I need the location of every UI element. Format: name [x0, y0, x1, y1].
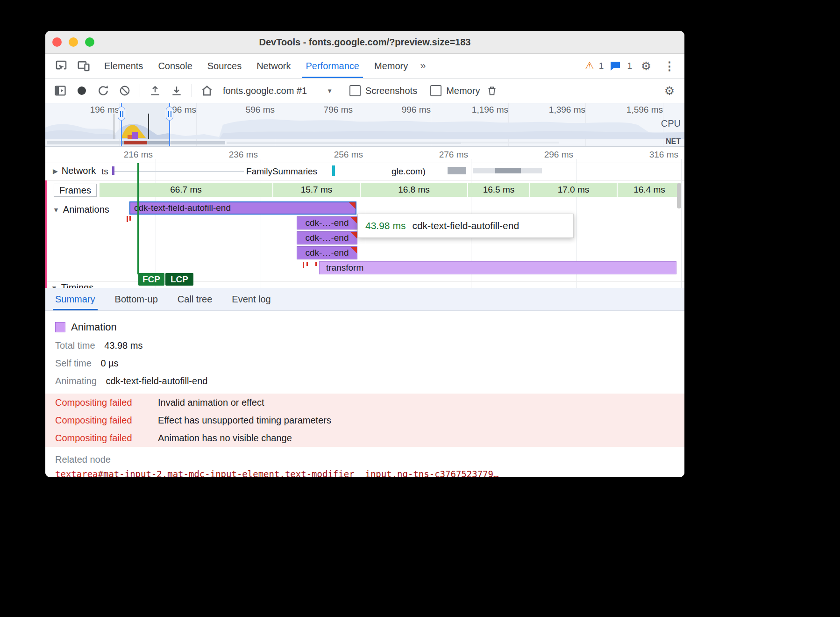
memory-checkbox-box[interactable]	[430, 85, 441, 96]
frame-segment[interactable]: 15.7 ms	[273, 183, 360, 197]
warning-icon[interactable]: ⚠	[585, 60, 594, 72]
overview-time-label: 596 ms	[223, 105, 275, 115]
tab-call-tree[interactable]: Call tree	[168, 288, 222, 310]
related-node-link[interactable]: textarea#mat-input-2.mat-mdc-input-eleme…	[55, 469, 684, 477]
devtools-window: DevTools - fonts.google.com/?preview.siz…	[45, 31, 684, 477]
page-select[interactable]: fonts.google.com #1 ▼	[219, 86, 336, 96]
details-tab-bar: Summary Bottom-up Call tree Event log	[45, 288, 684, 311]
capture-settings-gear-icon[interactable]: ⚙	[660, 81, 679, 100]
frame-segment[interactable]: 66.7 ms	[100, 183, 272, 197]
tab-event-log[interactable]: Event log	[222, 288, 280, 310]
summary-pane: Animation Total time 43.98 ms Self time …	[45, 311, 684, 477]
tab-console[interactable]: Console	[150, 54, 199, 78]
tab-bottom-up[interactable]: Bottom-up	[105, 288, 168, 310]
page-select-value: fonts.google.com #1	[223, 86, 307, 96]
frame-segment[interactable]: 16.8 ms	[361, 183, 467, 197]
network-request-bar[interactable]	[332, 165, 335, 176]
window-title: DevTools - fonts.google.com/?preview.siz…	[259, 37, 471, 48]
expand-triangle-icon[interactable]: ▼	[53, 206, 59, 214]
devtools-tab-bar: Elements Console Sources Network Perform…	[45, 54, 684, 79]
home-icon[interactable]	[198, 81, 216, 100]
fcp-badge[interactable]: FCP	[138, 273, 164, 286]
screenshots-checkbox[interactable]: Screenshots	[349, 85, 417, 96]
frame-segment[interactable]: 16.5 ms	[468, 183, 529, 197]
summary-category: Animation	[71, 321, 117, 333]
tooltip-duration: 43.98 ms	[365, 220, 406, 231]
selection-right-handle[interactable]	[166, 107, 173, 121]
network-request-bar[interactable]	[112, 166, 114, 175]
title-bar: DevTools - fonts.google.com/?preview.siz…	[45, 31, 684, 54]
zoom-window-button[interactable]	[85, 37, 94, 47]
collapse-triangle-icon[interactable]: ▶	[53, 167, 58, 175]
timeline-overview[interactable]: 196 ms 396 ms 596 ms 796 ms 996 ms 1,196…	[45, 103, 684, 147]
network-waterfall-line	[112, 171, 244, 172]
inspect-element-icon[interactable]	[52, 57, 71, 75]
lcp-badge[interactable]: LCP	[165, 273, 193, 286]
summary-row: Self time 0 µs	[55, 358, 684, 369]
ruler-label: 256 ms	[314, 150, 363, 160]
network-request-label[interactable]: FamilySummaries	[246, 166, 317, 177]
kebab-menu-icon[interactable]: ⋮	[660, 57, 679, 75]
animation-bar[interactable]: cdk-…-end	[297, 231, 357, 244]
memory-checkbox[interactable]: Memory	[430, 85, 480, 96]
overview-time-label: 796 ms	[301, 105, 353, 115]
flame-chart[interactable]: 216 ms 236 ms 256 ms 276 ms 296 ms 316 m…	[45, 147, 684, 288]
frame-segment[interactable]: 17.0 ms	[530, 183, 617, 197]
fcp-marker-line	[137, 163, 139, 274]
frame-segment[interactable]: 16.4 ms	[618, 183, 681, 197]
save-profile-icon[interactable]	[167, 81, 186, 100]
animations-track-header[interactable]: ▼ Animations	[51, 204, 111, 215]
chevron-down-icon: ▼	[327, 87, 333, 94]
transform-animation-bar[interactable]: transform	[319, 261, 676, 274]
tab-summary[interactable]: Summary	[45, 288, 105, 310]
device-toolbar-icon[interactable]	[74, 57, 93, 75]
tab-network[interactable]: Network	[249, 54, 298, 78]
warning-corner-icon	[350, 247, 357, 253]
related-node-label: Related node	[55, 454, 684, 465]
warning-corner-icon	[349, 202, 356, 209]
messages-icon[interactable]	[608, 57, 622, 75]
warning-row: Compositing failed Effect has unsupporte…	[45, 411, 684, 429]
record-icon[interactable]	[72, 81, 91, 100]
expand-triangle-icon: ▼	[51, 284, 57, 288]
minimize-window-button[interactable]	[69, 37, 78, 47]
selection-left-handle[interactable]	[118, 107, 125, 121]
red-tick	[129, 216, 131, 221]
summary-row: Animating cdk-text-field-autofill-end	[55, 376, 684, 387]
warning-count: 1	[599, 61, 604, 71]
tab-performance[interactable]: Performance	[299, 54, 367, 78]
ruler-label: 316 ms	[630, 150, 678, 160]
animation-bar[interactable]: cdk-…-end	[297, 246, 357, 259]
ruler-label: 296 ms	[525, 150, 573, 160]
ruler-label: 216 ms	[104, 150, 153, 160]
network-request-bar[interactable]	[448, 167, 466, 174]
message-count: 1	[627, 61, 632, 71]
settings-gear-icon[interactable]: ⚙	[637, 57, 655, 75]
animation-bar[interactable]: cdk-…-end	[297, 216, 357, 230]
tab-memory[interactable]: Memory	[367, 54, 415, 78]
screenshots-checkbox-box[interactable]	[349, 85, 361, 96]
animation-bar-main[interactable]: cdk-text-field-autofill-end	[129, 201, 356, 215]
more-tabs-icon[interactable]: »	[415, 54, 429, 78]
frames-track-header[interactable]: Frames	[54, 184, 97, 197]
close-window-button[interactable]	[52, 37, 62, 47]
timings-track-header[interactable]: ▼ Timings	[51, 282, 93, 288]
network-request-bar-segment	[495, 168, 521, 173]
warning-row: Compositing failed Invalid animation or …	[45, 394, 684, 411]
warning-corner-icon	[350, 217, 357, 223]
red-tick	[127, 216, 128, 222]
tab-elements[interactable]: Elements	[97, 54, 150, 78]
vertical-scrollbar[interactable]	[677, 183, 681, 208]
net-activity-bar-red	[124, 141, 147, 144]
clear-icon[interactable]	[115, 81, 134, 100]
collect-garbage-icon[interactable]	[483, 81, 501, 100]
overview-time-label: 1,596 ms	[612, 105, 663, 115]
tab-sources[interactable]: Sources	[200, 54, 249, 78]
network-track-header[interactable]: ▶ Network	[51, 165, 98, 177]
load-profile-icon[interactable]	[146, 81, 164, 100]
toggle-sidebar-icon[interactable]	[51, 81, 70, 100]
reload-and-record-icon[interactable]	[94, 81, 113, 100]
network-request-label[interactable]: gle.com)	[392, 166, 426, 177]
cpu-label: CPU	[661, 118, 681, 129]
track-highlight-strip	[45, 180, 47, 288]
